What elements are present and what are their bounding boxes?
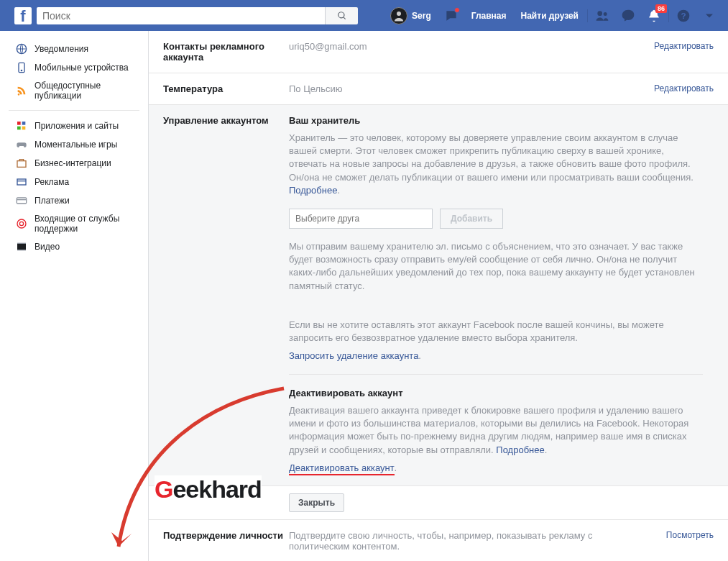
rss-icon xyxy=(16,85,27,96)
delete-note: Если вы не хотите оставлять этот аккаунт… xyxy=(289,319,703,345)
sidebar-item-notifications[interactable]: Уведомления xyxy=(0,40,148,58)
setting-value: uriq50@gmail.com xyxy=(289,41,654,63)
setting-label: Контакты рекламного аккаунта xyxy=(163,41,289,63)
search-icon xyxy=(337,11,347,21)
setting-row-identity[interactable]: Подтверждение личности Подтвердите свою … xyxy=(149,520,728,561)
geekhard-watermark: Geekhard xyxy=(155,475,262,503)
nav-find-friends[interactable]: Найти друзей xyxy=(514,0,586,31)
legacy-note: Мы отправим вашему хранителю эл. письмо … xyxy=(289,240,703,293)
profile-link[interactable]: Serg xyxy=(383,0,438,31)
deactivate-account-link[interactable]: Деактивировать аккаунт xyxy=(289,462,395,473)
gamepad-icon xyxy=(16,139,27,150)
sidebar-label: Мобильные устройства xyxy=(34,63,129,73)
mobile-icon xyxy=(16,62,27,73)
sidebar-label: Реклама xyxy=(34,177,69,187)
briefcase-icon xyxy=(16,158,27,169)
globe-icon xyxy=(16,43,27,55)
svg-point-15 xyxy=(17,219,26,228)
svg-rect-11 xyxy=(22,127,26,130)
search-input[interactable] xyxy=(37,7,325,24)
search-container xyxy=(37,7,358,24)
top-navigation-bar: f Serg Главная Найти друзей 86 xyxy=(0,0,728,31)
svg-point-7 xyxy=(21,70,22,70)
search-button[interactable] xyxy=(325,7,358,24)
setting-row-temperature[interactable]: Температура По Цельсию Редактировать xyxy=(149,73,728,105)
deactivate-section: Деактивировать аккаунт Деактивация вашег… xyxy=(289,374,703,475)
sidebar-item-mobile[interactable]: Мобильные устройства xyxy=(0,58,148,77)
svg-rect-18 xyxy=(17,243,26,244)
setting-label: Температура xyxy=(163,83,289,94)
svg-rect-9 xyxy=(22,122,26,125)
add-button[interactable]: Добавить xyxy=(440,209,503,229)
manage-account-body: Ваш хранитель Хранитель — это человек, к… xyxy=(289,115,714,475)
dropdown-caret-icon[interactable] xyxy=(701,7,718,24)
friend-requests-icon[interactable] xyxy=(594,7,611,24)
svg-rect-13 xyxy=(17,179,26,185)
view-link[interactable]: Посмотреть xyxy=(666,530,714,552)
sidebar-label: Видео xyxy=(34,242,60,252)
sidebar-label: Платежи xyxy=(34,196,70,206)
facebook-logo[interactable]: f xyxy=(14,7,32,24)
svg-text:?: ? xyxy=(681,11,686,20)
avatar xyxy=(390,7,407,24)
notification-dot xyxy=(454,7,460,13)
svg-point-2 xyxy=(604,12,607,16)
learn-more-link[interactable]: Подробнее xyxy=(496,444,544,455)
legacy-text: Хранитель — это человек, которому вы дов… xyxy=(289,132,703,197)
apps-icon xyxy=(16,120,27,132)
user-name: Serg xyxy=(412,11,431,21)
sidebar-item-support[interactable]: Входящие от службы поддержки xyxy=(0,210,148,237)
sidebar-item-video[interactable]: Видео xyxy=(0,237,148,256)
sidebar-separator xyxy=(9,110,139,111)
sidebar-item-ads[interactable]: Реклама xyxy=(0,173,148,191)
notifications-icon[interactable]: 86 xyxy=(645,7,663,24)
messenger-icon-small[interactable] xyxy=(443,7,460,24)
notification-badge: 86 xyxy=(655,4,667,13)
divider xyxy=(587,9,588,22)
nav-right: Serg Главная Найти друзей 86 ? xyxy=(383,0,722,31)
sidebar-label: Входящие от службы поддержки xyxy=(34,214,139,234)
lifebuoy-icon xyxy=(16,218,27,229)
choose-friend-input[interactable] xyxy=(289,209,433,229)
sidebar-label: Общедоступные публикации xyxy=(34,81,139,101)
request-delete-link[interactable]: Запросить удаление аккаунта xyxy=(289,350,418,361)
svg-point-1 xyxy=(597,11,602,16)
learn-more-link[interactable]: Подробнее xyxy=(289,185,337,196)
legacy-title: Ваш хранитель xyxy=(289,115,703,126)
sidebar-item-payments[interactable]: Платежи xyxy=(0,191,148,210)
svg-rect-14 xyxy=(17,198,26,204)
sidebar-item-public-posts[interactable]: Общедоступные публикации xyxy=(0,77,148,104)
setting-value: По Цельсию xyxy=(289,83,654,94)
sidebar-label: Уведомления xyxy=(34,44,88,54)
sidebar-item-business[interactable]: Бизнес-интеграции xyxy=(0,154,148,173)
close-button[interactable]: Закрыть xyxy=(289,493,344,512)
nav-home[interactable]: Главная xyxy=(464,0,514,31)
deactivate-title: Деактивировать аккаунт xyxy=(289,388,703,398)
messenger-icon[interactable] xyxy=(619,7,637,24)
svg-rect-17 xyxy=(17,244,26,250)
svg-rect-19 xyxy=(17,250,26,250)
video-icon xyxy=(16,241,27,252)
divider xyxy=(668,9,669,22)
edit-link[interactable]: Редактировать xyxy=(654,41,714,63)
sidebar-label: Бизнес-интеграции xyxy=(34,158,111,168)
legacy-friend-row: Добавить xyxy=(289,209,703,229)
setting-value: Подтвердите свою личность, чтобы, наприм… xyxy=(289,530,666,552)
card-icon xyxy=(16,195,27,206)
ads-icon xyxy=(16,176,27,188)
deactivate-text: Деактивация вашего аккаунта приведет к б… xyxy=(289,404,703,457)
svg-rect-8 xyxy=(17,122,21,125)
setting-row-contacts[interactable]: Контакты рекламного аккаунта uriq50@gmai… xyxy=(149,31,728,73)
sidebar-label: Приложения и сайты xyxy=(34,121,119,131)
sidebar-item-apps[interactable]: Приложения и сайты xyxy=(0,117,148,135)
sidebar-item-games[interactable]: Моментальные игры xyxy=(0,135,148,154)
setting-label: Управление аккаунтом xyxy=(163,115,289,475)
edit-link[interactable]: Редактировать xyxy=(654,83,714,94)
svg-rect-10 xyxy=(17,127,21,130)
setting-row-manage-account: Управление аккаунтом Ваш хранитель Храни… xyxy=(149,105,728,486)
help-icon[interactable]: ? xyxy=(675,7,692,24)
settings-sidebar: Уведомления Мобильные устройства Общедос… xyxy=(0,31,148,561)
setting-label: Подтверждение личности xyxy=(163,530,289,552)
svg-point-16 xyxy=(19,222,23,225)
main-container: Уведомления Мобильные устройства Общедос… xyxy=(0,31,728,561)
